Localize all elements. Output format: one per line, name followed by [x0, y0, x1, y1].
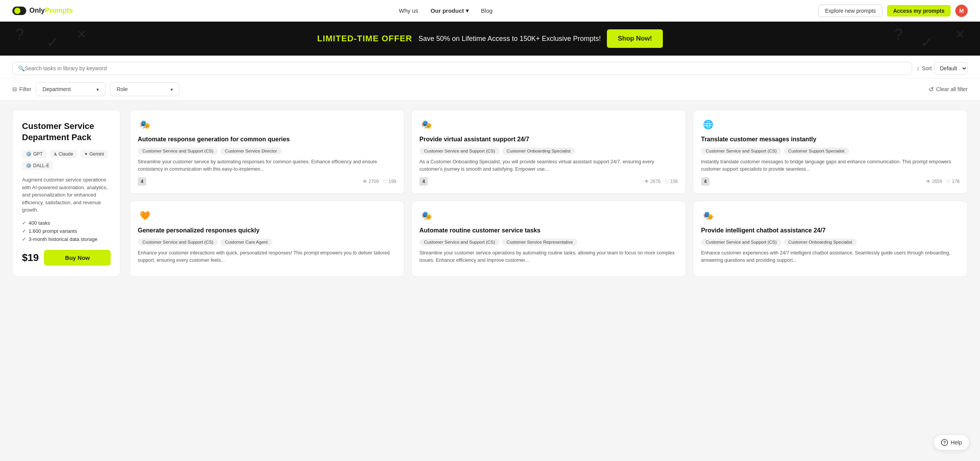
- card-4-tags: Customer Service and Support (CS) Custom…: [419, 239, 678, 246]
- banner-deco-4: ?: [894, 25, 903, 43]
- card-2-desc: Instantly translate customer messages to…: [701, 158, 960, 173]
- card-0-footer: 4 2709 199: [138, 177, 396, 186]
- card-1[interactable]: 🎭 Provide virtual assistant support 24/7…: [411, 110, 686, 194]
- card-3-tags: Customer Service and Support (CS) Custom…: [138, 239, 396, 246]
- card-1-title: Provide virtual assistant support 24/7: [419, 136, 678, 144]
- card-1-tag-0: Customer Service and Support (CS): [419, 147, 500, 154]
- banner-deco-3: ×: [77, 25, 86, 43]
- pack-badge-dalle: ⚙️ DALL-E: [22, 161, 53, 170]
- nav-product-chevron: [466, 7, 469, 14]
- pack-title: Customer Service Department Pack: [22, 121, 111, 143]
- role-label: Role: [117, 86, 128, 92]
- sort-icon: [917, 65, 919, 71]
- logo-text: OnlyPrompts: [29, 7, 73, 15]
- pack-badges: ⚙️ GPT 𝐀 Claude ✦ Gemini ⚙️ DALL-E: [22, 150, 111, 170]
- sort-select[interactable]: Default: [934, 62, 968, 75]
- clear-all-filter[interactable]: Clear all filter: [929, 86, 968, 93]
- logo-only: Only: [29, 7, 45, 14]
- heart-icon-0: [383, 179, 387, 185]
- nav-our-product[interactable]: Our product: [431, 7, 469, 14]
- role-dropdown[interactable]: Role: [110, 82, 179, 96]
- refresh-icon: [929, 86, 934, 93]
- card-0-tag-0: Customer Service and Support (CS): [138, 147, 218, 154]
- card-0-desc: Streamline your customer service by auto…: [138, 158, 396, 173]
- card-2[interactable]: 🌐 Translate customer messages instantly …: [693, 110, 968, 194]
- card-2-tag-0: Customer Service and Support (CS): [701, 147, 781, 154]
- pack-badge-claude: 𝐀 Claude: [50, 150, 77, 158]
- gpt-icon: ⚙️: [26, 151, 32, 157]
- card-3[interactable]: 🧡 Generate personalized responses quickl…: [130, 201, 404, 276]
- nav-blog[interactable]: Blog: [481, 7, 493, 14]
- card-5[interactable]: 🎭 Provide intelligent chatbot assistance…: [693, 201, 968, 276]
- pack-feature-3: 3-month historical data storage: [22, 236, 111, 242]
- dalle-icon: ⚙️: [26, 163, 32, 168]
- clear-all-label: Clear all filter: [936, 86, 968, 92]
- card-1-icon: 🎭: [419, 118, 433, 132]
- card-2-footer: 4 2659 178: [701, 177, 960, 186]
- card-3-desc: Enhance your customer interactions with …: [138, 249, 396, 264]
- logo-circle: [14, 8, 20, 14]
- search-input[interactable]: [25, 65, 906, 71]
- logo[interactable]: OnlyPrompts: [12, 7, 73, 15]
- side-pack: Customer Service Department Pack ⚙️ GPT …: [12, 110, 120, 277]
- search-wrapper: [12, 62, 912, 75]
- nav-why-us[interactable]: Why us: [399, 7, 418, 14]
- card-1-likes: 156: [664, 179, 678, 185]
- pack-badge-gemini: ✦ Gemini: [80, 150, 108, 158]
- card-3-tag-0: Customer Service and Support (CS): [138, 239, 218, 246]
- main-content: Customer Service Department Pack ⚙️ GPT …: [0, 100, 980, 286]
- navbar: OnlyPrompts Why us Our product Blog Expl…: [0, 0, 980, 22]
- pack-features: 400 tasks 1.600 prompt variants 3-month …: [22, 220, 111, 242]
- card-4[interactable]: 🎭 Automate routine customer service task…: [411, 201, 686, 276]
- shop-now-button[interactable]: Shop Now!: [607, 29, 663, 48]
- card-1-views: 2676: [644, 179, 661, 184]
- filter-button[interactable]: Filter: [12, 86, 31, 92]
- filter-icon: [12, 86, 17, 92]
- card-4-title: Automate routine customer service tasks: [419, 227, 678, 235]
- card-1-desc: As a Customer Onboarding Specialist, you…: [419, 158, 678, 173]
- card-4-tag-0: Customer Service and Support (CS): [419, 239, 500, 246]
- card-2-tags: Customer Service and Support (CS) Custom…: [701, 147, 960, 154]
- filter-label: Filter: [19, 86, 31, 92]
- explore-prompts-button[interactable]: Explore new prompts: [818, 5, 882, 17]
- department-chevron: [96, 86, 99, 92]
- eye-icon-2: [926, 179, 931, 184]
- department-dropdown[interactable]: Department: [36, 82, 105, 96]
- card-5-tags: Customer Service and Support (CS) Custom…: [701, 239, 960, 246]
- card-0-tags: Customer Service and Support (CS) Custom…: [138, 147, 396, 154]
- card-0-stats: 2709 199: [363, 179, 396, 185]
- pack-feature-1: 400 tasks: [22, 220, 111, 226]
- card-3-icon: 🧡: [138, 209, 152, 223]
- card-0[interactable]: 🎭 Automate response generation for commo…: [130, 110, 404, 194]
- access-prompts-button[interactable]: Access my prompts: [887, 5, 951, 17]
- card-4-desc: Streamline your customer service operati…: [419, 249, 678, 264]
- check-icon-1: [22, 220, 26, 226]
- heart-icon-2: [946, 179, 951, 185]
- card-2-title: Translate customer messages instantly: [701, 136, 960, 144]
- card-2-number: 4: [701, 177, 710, 186]
- banner-deco-2: ✓: [46, 33, 59, 51]
- card-3-tag-1: Customer Care Agent: [220, 239, 272, 246]
- card-2-views: 2659: [926, 179, 942, 184]
- card-0-number: 4: [138, 177, 146, 186]
- search-bar-row: Sort Default: [0, 56, 980, 78]
- cards-grid: 🎭 Automate response generation for commo…: [130, 110, 968, 277]
- promo-banner: ? ✓ × ? ✓ × LIMITED-TIME OFFER Save 50% …: [0, 22, 980, 56]
- avatar[interactable]: M: [955, 5, 968, 17]
- search-icon: [18, 65, 25, 71]
- card-2-likes: 178: [946, 179, 960, 185]
- eye-icon-1: [644, 179, 649, 184]
- card-0-title: Automate response generation for common …: [138, 136, 396, 144]
- gemini-icon: ✦: [84, 151, 88, 157]
- pack-description: Augment customer service operations with…: [22, 176, 111, 214]
- card-5-tag-1: Customer Onboarding Specialist: [784, 239, 857, 246]
- buy-now-button[interactable]: Buy Now: [44, 250, 111, 266]
- card-0-views: 2709: [363, 179, 379, 184]
- check-icon-3: [22, 236, 26, 242]
- eye-icon-0: [363, 179, 367, 184]
- pack-price-row: $19 Buy Now: [22, 250, 111, 266]
- pack-price: $19: [22, 252, 39, 264]
- card-1-footer: 4 2676 156: [419, 177, 678, 186]
- card-4-tag-1: Customer Service Representative: [502, 239, 578, 246]
- heart-icon-1: [664, 179, 669, 185]
